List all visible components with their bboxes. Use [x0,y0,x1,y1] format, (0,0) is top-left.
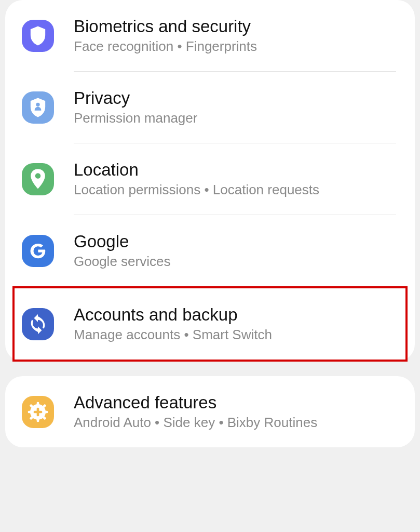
settings-item-title: Advanced features [74,392,396,413]
settings-item-subtitle: Google services [74,253,396,271]
settings-item-title: Accounts and backup [74,304,396,325]
settings-item-privacy[interactable]: Privacy Permission manager [5,72,415,143]
settings-item-subtitle: Face recognition • Fingerprints [74,38,396,56]
google-g-icon [22,235,54,267]
settings-item-advanced-features[interactable]: Advanced features Android Auto • Side ke… [5,376,415,447]
svg-point-1 [35,173,41,179]
settings-item-title: Location [74,159,396,180]
settings-item-subtitle: Location permissions • Location requests [74,181,396,199]
svg-rect-5 [28,410,32,413]
settings-group-1: Biometrics and security Face recognition… [5,0,415,362]
settings-item-accounts-backup[interactable]: Accounts and backup Manage accounts • Sm… [5,286,415,362]
svg-rect-4 [37,418,39,422]
settings-group-2: Advanced features Android Auto • Side ke… [5,376,415,447]
settings-item-text: Location Location permissions • Location… [74,159,396,199]
svg-point-0 [36,102,39,106]
settings-item-google[interactable]: Google Google services [5,215,415,286]
settings-item-title: Biometrics and security [74,16,396,37]
settings-item-subtitle: Permission manager [74,110,396,127]
settings-item-subtitle: Android Auto • Side key • Bixby Routines [74,414,396,432]
settings-item-text: Accounts and backup Manage accounts • Sm… [74,304,396,344]
settings-item-title: Privacy [74,87,396,109]
svg-rect-12 [34,410,43,413]
settings-item-text: Privacy Permission manager [74,87,396,127]
settings-item-text: Advanced features Android Auto • Side ke… [74,392,396,432]
settings-item-accounts-backup-wrap: Accounts and backup Manage accounts • Sm… [5,286,415,362]
shield-icon [22,20,54,52]
svg-rect-6 [45,410,48,413]
settings-item-location[interactable]: Location Location permissions • Location… [5,143,415,215]
settings-item-text: Google Google services [74,231,396,271]
settings-item-biometrics[interactable]: Biometrics and security Face recognition… [5,0,415,71]
settings-item-subtitle: Manage accounts • Smart Switch [74,326,396,344]
settings-item-title: Google [74,231,396,252]
settings-item-text: Biometrics and security Face recognition… [74,16,396,56]
sync-icon [22,308,54,340]
svg-rect-3 [37,402,39,406]
location-pin-icon [22,163,54,195]
privacy-shield-icon [22,91,54,124]
plus-gear-icon [22,396,54,428]
